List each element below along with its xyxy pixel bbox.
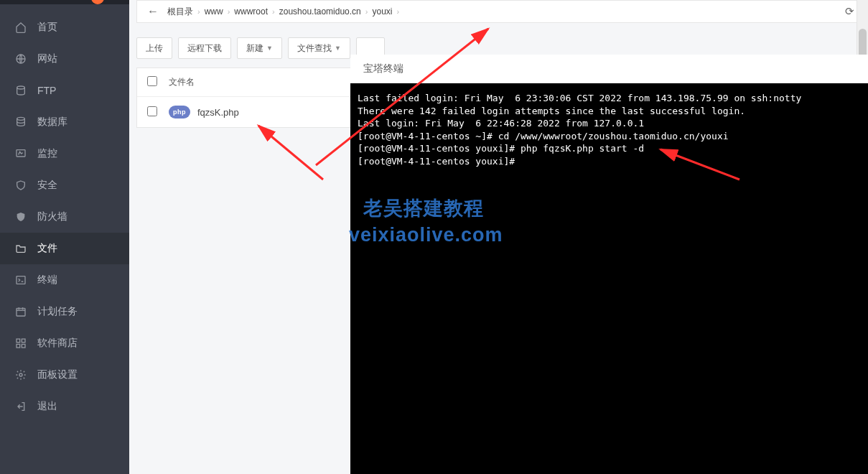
file-search-button[interactable]: 文件查找▼: [288, 37, 350, 59]
breadcrumb-segment[interactable]: youxi: [368, 6, 396, 17]
sidebar-item-label: 终端: [37, 274, 57, 287]
calendar-icon: [14, 305, 27, 318]
svg-rect-7: [22, 339, 25, 343]
chevron-right-icon: ›: [396, 7, 399, 16]
breadcrumb: 根目录› www› wwwroot› zoushou.taomiduo.cn› …: [163, 6, 845, 18]
sidebar-item-label: 软件商店: [37, 337, 78, 350]
globe-icon: [14, 52, 27, 65]
home-icon: [14, 21, 27, 34]
sidebar-item-files[interactable]: 文件: [0, 233, 129, 264]
sidebar-item-label: 首页: [37, 21, 57, 34]
sidebar-item-label: 文件: [37, 242, 57, 255]
sidebar-item-label: 防火墙: [37, 210, 67, 223]
notification-badge[interactable]: [91, 0, 104, 4]
folder-icon: [14, 242, 27, 255]
php-icon: php: [169, 106, 190, 118]
sidebar-item-label: 安全: [37, 179, 57, 192]
logout-icon: [14, 400, 27, 413]
upload-button[interactable]: 上传: [136, 37, 172, 59]
database-icon: [14, 116, 27, 129]
sidebar-item-cron[interactable]: 计划任务: [0, 296, 129, 327]
drive-icon: [14, 84, 27, 97]
sidebar: 首页 网站 FTP 数据库 监控 安全 防火墙 文件: [0, 0, 129, 474]
sidebar-item-logout[interactable]: 退出: [0, 391, 129, 422]
sidebar-item-label: 监控: [37, 147, 57, 160]
file-name-text: fqzsK.php: [197, 107, 239, 118]
sidebar-item-label: FTP: [37, 85, 56, 96]
sidebar-item-home[interactable]: 首页: [0, 11, 129, 43]
terminal-icon: [14, 274, 27, 287]
terminal-title: 宝塔终端: [350, 55, 868, 83]
new-button-label: 新建: [246, 42, 263, 55]
sidebar-item-monitor[interactable]: 监控: [0, 138, 129, 169]
sidebar-item-label: 退出: [37, 400, 57, 413]
apps-icon: [14, 337, 27, 350]
svg-rect-8: [17, 344, 20, 348]
sidebar-item-label: 数据库: [37, 116, 67, 129]
breadcrumb-segment[interactable]: wwwroot: [230, 6, 272, 17]
settings-icon: [14, 368, 27, 381]
sidebar-item-label: 计划任务: [37, 305, 78, 318]
sidebar-item-security[interactable]: 安全: [0, 169, 129, 201]
svg-point-10: [19, 373, 22, 376]
svg-rect-5: [17, 308, 25, 316]
svg-point-2: [17, 117, 25, 120]
svg-rect-4: [17, 276, 25, 284]
refresh-icon[interactable]: ⟳: [845, 5, 854, 18]
sidebar-item-firewall[interactable]: 防火墙: [0, 201, 129, 233]
new-button[interactable]: 新建▼: [237, 37, 282, 59]
terminal-panel: 宝塔终端 Last failed login: Fri May 6 23:30:…: [350, 55, 868, 474]
select-all-checkbox[interactable]: [147, 76, 169, 88]
sidebar-item-label: 网站: [37, 52, 57, 65]
sidebar-item-website[interactable]: 网站: [0, 43, 129, 75]
sidebar-item-terminal[interactable]: 终端: [0, 264, 129, 296]
sidebar-item-database[interactable]: 数据库: [0, 106, 129, 138]
svg-point-1: [17, 86, 25, 89]
breadcrumb-segment[interactable]: 根目录: [163, 6, 197, 18]
sidebar-menu: 首页 网站 FTP 数据库 监控 安全 防火墙 文件: [0, 4, 129, 422]
firewall-icon: [14, 210, 27, 223]
shield-icon: [14, 179, 27, 192]
svg-rect-9: [22, 344, 25, 348]
sidebar-item-label: 面板设置: [37, 368, 78, 381]
breadcrumb-segment[interactable]: zoushou.taomiduo.cn: [275, 6, 365, 17]
sidebar-item-appstore[interactable]: 软件商店: [0, 327, 129, 359]
back-icon[interactable]: ←: [143, 5, 163, 18]
sidebar-header: [0, 0, 129, 4]
svg-rect-6: [17, 339, 20, 343]
sidebar-item-settings[interactable]: 面板设置: [0, 359, 129, 391]
monitor-icon: [14, 147, 27, 160]
sidebar-item-ftp[interactable]: FTP: [0, 75, 129, 106]
chevron-down-icon: ▼: [266, 45, 273, 52]
file-search-label: 文件查找: [297, 42, 332, 55]
terminal-output[interactable]: Last failed login: Fri May 6 23:30:06 CS…: [350, 83, 868, 474]
breadcrumb-segment[interactable]: www: [200, 6, 228, 17]
breadcrumb-bar: ← 根目录› www› wwwroot› zoushou.taomiduo.cn…: [136, 0, 861, 23]
row-checkbox[interactable]: [147, 106, 169, 118]
remote-download-button[interactable]: 远程下载: [178, 37, 231, 59]
chevron-down-icon: ▼: [335, 45, 341, 52]
